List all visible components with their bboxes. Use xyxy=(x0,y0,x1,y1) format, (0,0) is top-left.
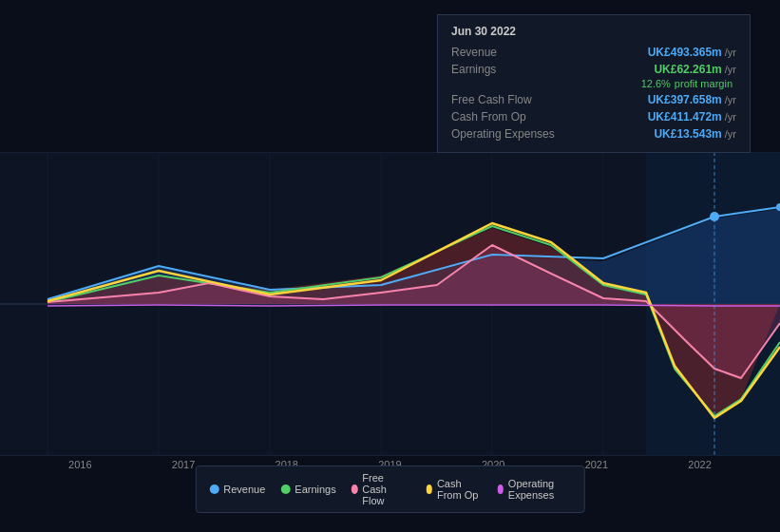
tooltip-label-fcf: Free Cash Flow xyxy=(451,93,532,106)
legend-label-revenue: Revenue xyxy=(223,484,265,495)
legend-dot-revenue xyxy=(209,484,219,494)
tooltip-row-revenue: Revenue UK£493.365m/yr xyxy=(451,44,736,61)
legend-label-earnings: Earnings xyxy=(295,484,335,495)
tooltip-row-fcf: Free Cash Flow UK£397.658m/yr xyxy=(451,91,736,108)
x-label-2017: 2017 xyxy=(172,459,195,470)
legend-item-opex: Operating Expenses xyxy=(497,478,571,501)
tooltip-row-cashfromop: Cash From Op UK£411.472m/yr xyxy=(451,108,736,125)
legend-item-revenue: Revenue xyxy=(209,484,265,495)
profit-margin-row: 12.6% profit margin xyxy=(451,78,736,91)
legend-item-cashfromop: Cash From Op xyxy=(426,478,482,501)
tooltip-label-earnings: Earnings xyxy=(451,63,496,76)
x-label-2021: 2021 xyxy=(585,459,608,470)
legend-dot-fcf xyxy=(352,484,358,494)
chart-container: Jun 30 2022 Revenue UK£493.365m/yr Earni… xyxy=(0,0,780,532)
tooltip-label-revenue: Revenue xyxy=(451,46,497,59)
legend: Revenue Earnings Free Cash Flow Cash Fro… xyxy=(195,466,585,513)
tooltip-value-opex: UK£13.543m xyxy=(654,127,721,141)
x-label-2016: 2016 xyxy=(68,459,91,470)
svg-point-13 xyxy=(710,212,719,221)
tooltip: Jun 30 2022 Revenue UK£493.365m/yr Earni… xyxy=(437,14,751,153)
tooltip-value-fcf: UK£397.658m xyxy=(648,93,722,106)
legend-dot-cashfromop xyxy=(426,484,432,494)
legend-label-cashfromop: Cash From Op xyxy=(437,478,482,501)
legend-dot-opex xyxy=(497,484,504,494)
tooltip-value-revenue: UK£493.365m xyxy=(648,46,722,59)
legend-label-opex: Operating Expenses xyxy=(508,478,571,501)
profit-margin-value: 12.6% xyxy=(641,78,671,89)
x-label-2022: 2022 xyxy=(688,459,711,470)
legend-item-fcf: Free Cash Flow xyxy=(352,472,411,506)
tooltip-value-earnings: UK£62.261m xyxy=(654,63,721,76)
tooltip-row-earnings: Earnings UK£62.261m/yr xyxy=(451,61,736,78)
main-chart-svg xyxy=(0,152,780,456)
legend-item-earnings: Earnings xyxy=(280,484,335,495)
tooltip-label-opex: Operating Expenses xyxy=(451,127,555,141)
profit-margin-label: profit margin xyxy=(675,78,732,89)
tooltip-value-cashfromop: UK£411.472m xyxy=(648,110,722,124)
tooltip-row-opex: Operating Expenses UK£13.543m/yr xyxy=(451,125,736,142)
legend-label-fcf: Free Cash Flow xyxy=(362,472,410,506)
tooltip-title: Jun 30 2022 xyxy=(451,25,736,38)
tooltip-label-cashfromop: Cash From Op xyxy=(451,110,526,124)
legend-dot-earnings xyxy=(280,484,290,494)
